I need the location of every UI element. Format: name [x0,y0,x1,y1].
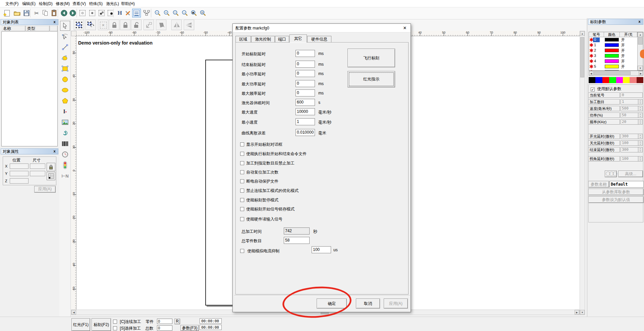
param-value-4[interactable]: 50▲▼ [621,113,643,118]
node-edit-icon[interactable] [60,31,70,42]
use-default-checkbox[interactable]: ✓ [591,87,595,91]
rotate-copy-icon[interactable] [86,20,96,30]
param-value-7[interactable]: 100▲▼ [621,140,643,146]
pen-row-0[interactable]: ✱0开 [589,37,637,43]
object-list-body[interactable] [1,31,58,146]
pen-hscroll-thumb[interactable] [594,71,631,75]
lock-aspect-button[interactable] [47,163,55,171]
object-list-toggle-icon[interactable] [132,9,141,17]
delete-array-icon[interactable]: ✕ [98,20,108,30]
field-input-8[interactable]: 1 [296,118,315,125]
use-default-row[interactable]: ✓ 使用默认参数 [591,86,621,92]
back-icon[interactable] [60,9,68,17]
tab-2[interactable]: 激光控制 [251,36,275,43]
rectangle-icon[interactable] [60,64,70,74]
circle-icon[interactable] [60,74,70,84]
field-input-1[interactable]: 0 [296,50,315,57]
spinner-icon[interactable]: ▲▼ [638,147,642,152]
column-extra[interactable] [50,25,58,31]
select-mark-checkbox[interactable] [113,326,117,330]
palette-color-6[interactable] [623,77,630,83]
object-list-title[interactable]: 对象列表 x [1,19,58,25]
palette-color-1[interactable] [589,77,595,83]
object-properties-title[interactable]: 对象属性 x [1,148,58,154]
close-icon[interactable]: x [637,19,642,24]
paste-icon[interactable] [50,9,58,17]
device-config-icon[interactable] [142,9,151,17]
cancel-button[interactable]: 取消 [356,299,380,309]
scroll-up-icon[interactable]: ▲ [638,32,643,37]
y-size-input[interactable] [30,171,45,176]
scroll-down-icon[interactable]: ▼ [580,310,585,315]
x-position-input[interactable] [10,163,29,169]
dialog-checkbox-row-3[interactable]: 加工到指定数目后禁止加工 [240,160,294,166]
pen-row-1[interactable]: ✱1开 [589,43,637,48]
put-to-origin-icon[interactable] [144,20,154,30]
palette-color-5[interactable] [616,77,623,83]
spinner-icon[interactable]: ▲▼ [638,100,642,104]
field-input-5[interactable]: 0 [296,89,315,96]
spinner-icon[interactable]: ▲▼ [638,141,642,145]
param-value-9[interactable]: 100▲▼ [621,156,643,161]
scroll-down-icon[interactable]: ▼ [638,66,643,70]
field-input-4[interactable]: 0 [296,80,315,87]
field-input-7[interactable]: 10000 [296,108,315,115]
input-signal-icon[interactable]: ⊢N [60,171,70,181]
pen-apply-button[interactable]: ◯◯◯ [605,171,617,177]
barcode-icon[interactable] [60,139,70,149]
tab-5[interactable]: 硬件信息 [307,36,331,43]
array-tool-2-icon[interactable] [88,9,97,17]
menu-item-6[interactable]: 特殊(S) [87,0,105,7]
analog-suppress-checkbox[interactable] [240,249,244,253]
dialog-checkbox-row-2[interactable]: 使能执行标刻开始和结束命令文件 [240,151,307,157]
field-input-3[interactable]: 0 [296,70,315,77]
spinner-icon[interactable]: ▲▼ [638,113,642,118]
menu-item-3[interactable]: 绘制(D) [36,0,55,7]
tab-4[interactable]: 其它 [289,35,307,43]
red-light-button[interactable]: 红光(F1) [71,318,90,331]
dialog-checkbox-row-4[interactable]: 自动复位加工次数 [240,170,278,175]
analog-suppress-row[interactable]: 使能模拟电流抑制 [240,248,279,254]
checkbox-3[interactable] [240,161,244,165]
tab-3[interactable]: 端口 [275,36,289,43]
close-icon[interactable]: x [52,20,57,24]
param-value-3[interactable]: 500▲▼ [621,106,643,111]
ellipse-icon[interactable] [60,85,70,95]
system-tools-icon[interactable] [123,9,132,17]
dialog-checkbox-row-8[interactable]: 使能标刻开始信号锁存模式 [240,206,294,212]
menu-item-1[interactable]: 文件(F) [3,0,21,7]
tab-1[interactable]: 区域 [235,36,251,43]
select-mark-row[interactable]: [S]选择加工 总数 [113,326,153,331]
close-icon[interactable]: x [52,149,57,154]
checkbox-8[interactable] [240,207,244,211]
column-name[interactable]: 名称 [1,25,25,31]
anchor-grid-button[interactable] [47,172,55,180]
x-size-input[interactable] [30,163,45,169]
apply-button[interactable]: 应用(A) [34,186,56,193]
field-input-9[interactable]: 0.010000 [296,129,315,136]
polygon-icon[interactable] [60,96,70,106]
hatch-icon[interactable]: H [115,9,124,17]
onoff-col-header[interactable]: 开/关 [620,32,637,37]
advanced-button[interactable]: 高级... [618,171,643,177]
select-group-icon[interactable] [74,20,84,30]
param-name-button[interactable]: 参数名称 [588,181,609,188]
vscroll-thumb[interactable] [580,37,584,77]
total-value-1[interactable]: 742 [284,227,310,235]
column-type[interactable]: 类型 [25,25,50,31]
traffic-light-icon[interactable] [60,160,70,170]
scroll-up-icon[interactable]: ▲ [580,31,585,36]
mark-params-title[interactable]: 标刻参数 x [588,19,643,25]
spinner-icon[interactable]: ▲▼ [638,134,642,139]
analog-suppress-input[interactable]: 100 [312,246,331,253]
checkbox-4[interactable] [240,170,244,174]
menu-item-5[interactable]: 查看(V) [70,0,89,7]
dialog-checkbox-row-9[interactable]: 使能硬件读输入信号 [240,216,282,222]
checkbox-2[interactable] [240,152,244,156]
pen-table-hscroll[interactable]: ◀ ▶ [589,71,643,76]
reset-count-button[interactable]: R [174,319,180,324]
param-name-field[interactable]: Default [609,181,644,188]
menu-item-8[interactable]: 帮助(H) [118,0,138,7]
pen-col-header[interactable]: 笔号 [589,32,604,37]
palette-color-8[interactable] [637,77,643,83]
